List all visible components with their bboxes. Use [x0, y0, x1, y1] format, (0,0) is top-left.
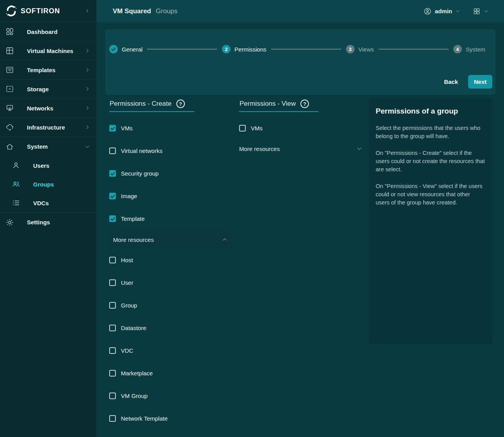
checkbox[interactable]: [109, 125, 116, 131]
storage-icon: [5, 85, 14, 93]
checkbox[interactable]: [109, 347, 116, 354]
checkbox[interactable]: [109, 325, 116, 331]
sidebar-item-label: Templates: [27, 67, 55, 73]
sidebar-item-groups[interactable]: Groups: [0, 175, 96, 194]
permission-row-vms-view[interactable]: VMs: [239, 117, 364, 139]
groups-icon: [12, 180, 20, 188]
back-button[interactable]: Back: [444, 78, 458, 85]
step-label: System: [466, 46, 485, 53]
checkbox-label: VMs: [251, 125, 263, 131]
sidebar-item-vdcs[interactable]: VDCs: [0, 194, 96, 212]
next-button[interactable]: Next: [468, 75, 492, 89]
chevron-down-icon: [356, 146, 362, 152]
permissions-view-column: Permissions - View VMs More resources: [239, 98, 364, 158]
chevron-down-icon: [484, 9, 489, 14]
permission-row-marketplace[interactable]: Marketplace: [109, 362, 232, 384]
checkbox-label: VDC: [121, 347, 133, 354]
sidebar-item-label: Dashboard: [27, 28, 57, 35]
checkbox[interactable]: [109, 215, 116, 222]
checkbox[interactable]: [109, 170, 116, 177]
checkbox[interactable]: [109, 279, 116, 286]
help-icon[interactable]: [176, 99, 185, 108]
permission-row-vdc[interactable]: VDC: [109, 339, 232, 362]
sidebar-item-settings[interactable]: Settings: [0, 213, 96, 232]
checkbox-label: Group: [121, 302, 137, 309]
sidebar-item-networks[interactable]: Networks: [0, 99, 96, 118]
wizard-actions: Back Next: [444, 75, 492, 89]
checkbox-label: Virtual networks: [121, 147, 162, 154]
chevron-down-icon: [85, 144, 90, 149]
templates-icon: [5, 66, 14, 74]
permission-row-vm-group[interactable]: VM Group: [109, 384, 232, 407]
permissions-view-header: Permissions - View: [239, 98, 318, 112]
checkbox[interactable]: [109, 257, 116, 263]
checkbox[interactable]: [109, 415, 116, 422]
sidebar-item-system[interactable]: System: [0, 137, 96, 156]
permission-row-group[interactable]: Group: [109, 294, 232, 316]
step-views[interactable]: 3 Views: [346, 45, 374, 53]
sidebar-item-dashboard[interactable]: Dashboard: [0, 22, 96, 41]
sidebar-item-label: Settings: [27, 219, 50, 226]
permission-row-template[interactable]: Template: [109, 207, 232, 230]
info-paragraph: On "Permissions - View" select if the us…: [376, 182, 485, 207]
step-number: 3: [346, 45, 355, 53]
permission-row-virtual-networks[interactable]: Virtual networks: [109, 139, 232, 162]
permission-row-datastore[interactable]: Datastore: [109, 316, 232, 339]
step-number: 2: [222, 45, 231, 53]
checkbox-label: VM Group: [121, 393, 147, 399]
brand-name: SOFTIRON: [21, 7, 60, 15]
apps-menu[interactable]: [473, 7, 489, 15]
sidebar-item-label: VDCs: [33, 200, 49, 206]
chevron-up-icon: [222, 236, 228, 243]
dashboard-icon: [5, 27, 14, 36]
sidebar-item-label: Storage: [27, 86, 49, 92]
topbar: VM Squared Groups admin: [96, 0, 504, 22]
sidebar-item-label: Virtual Machines: [27, 48, 73, 54]
permission-row-user[interactable]: User: [109, 271, 232, 294]
settings-gear-icon: [5, 218, 14, 227]
chevron-down-icon: [455, 9, 460, 14]
checkbox[interactable]: [109, 147, 116, 154]
checkbox[interactable]: [109, 302, 116, 309]
user-menu[interactable]: admin: [423, 7, 460, 16]
sidebar-item-label: System: [27, 143, 48, 150]
more-resources-toggle-create[interactable]: More resources: [109, 231, 232, 249]
checkbox[interactable]: [109, 193, 116, 199]
step-done-check-icon: [109, 45, 118, 53]
sidebar: SOFTIRON Dashboard Virtual Machines: [0, 0, 96, 437]
sidebar-item-label: Users: [33, 162, 50, 169]
help-icon[interactable]: [300, 99, 309, 108]
checkbox-label: Network Template: [121, 415, 168, 422]
checkbox[interactable]: [109, 370, 116, 377]
permission-row-host[interactable]: Host: [109, 249, 232, 271]
permission-row-vms[interactable]: VMs: [109, 117, 232, 139]
sidebar-item-templates[interactable]: Templates: [0, 60, 96, 80]
step-permissions[interactable]: 2 Permissions: [222, 45, 266, 53]
sidebar-item-label: Networks: [27, 105, 53, 112]
checkbox[interactable]: [239, 125, 246, 131]
checkbox-label: Marketplace: [121, 370, 153, 377]
sidebar-item-infrastructure[interactable]: Infrastructure: [0, 118, 96, 137]
sidebar-header: SOFTIRON: [0, 0, 96, 22]
sidebar-item-storage[interactable]: Storage: [0, 80, 96, 99]
permission-row-security-group[interactable]: Security group: [109, 162, 232, 185]
checkbox[interactable]: [109, 393, 116, 399]
permissions-create-column: Permissions - Create VMs Virtual network…: [109, 98, 232, 430]
more-resources-toggle-view[interactable]: More resources: [239, 139, 364, 158]
step-general[interactable]: General: [109, 45, 142, 53]
permissions-create-header: Permissions - Create: [109, 98, 194, 112]
more-resources-label: More resources: [113, 236, 154, 243]
vdcs-list-icon: [12, 199, 20, 207]
checkbox-label: Datastore: [121, 325, 146, 331]
sidebar-collapse-icon[interactable]: [85, 8, 90, 14]
step-label: Permissions: [234, 46, 266, 53]
sidebar-item-virtual-machines[interactable]: Virtual Machines: [0, 41, 96, 60]
permission-row-image[interactable]: Image: [109, 185, 232, 207]
step-system[interactable]: 4 System: [453, 45, 485, 53]
infrastructure-icon: [5, 123, 14, 131]
page-title: Groups: [156, 7, 177, 15]
permission-row-network-template[interactable]: Network Template: [109, 407, 232, 430]
checkbox-label: Host: [121, 257, 133, 263]
chevron-right-icon: [85, 124, 90, 130]
sidebar-item-users[interactable]: Users: [0, 156, 96, 175]
